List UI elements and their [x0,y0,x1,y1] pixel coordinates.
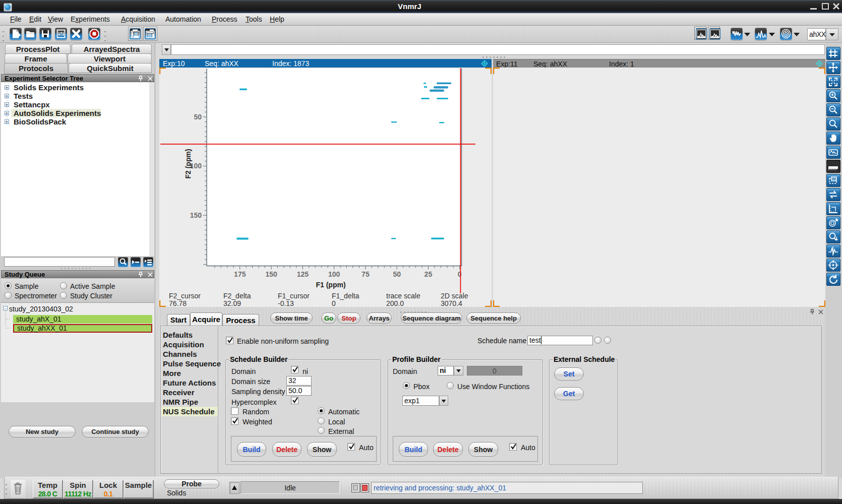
svg-text:F1_delta: F1_delta [332,292,359,300]
svg-text:0: 0 [332,299,336,307]
svg-text:0: 0 [458,270,462,278]
svg-text:50: 50 [194,113,202,121]
svg-text:F1_cursor: F1_cursor [278,292,310,300]
svg-text:50: 50 [393,270,401,278]
svg-text:3070.4: 3070.4 [441,299,462,307]
svg-text:25: 25 [425,270,433,278]
svg-text:F1 (ppm): F1 (ppm) [316,281,345,289]
svg-text:trace scale: trace scale [386,292,420,300]
svg-text:32.09: 32.09 [223,299,241,307]
svg-text:200.0: 200.0 [386,299,404,307]
svg-text:F2 (ppm): F2 (ppm) [184,149,192,178]
svg-text:125: 125 [297,270,309,278]
svg-text:150: 150 [265,270,277,278]
svg-text:F2_cursor: F2_cursor [169,292,201,300]
svg-text:-0.13: -0.13 [278,299,294,307]
svg-text:F2_delta: F2_delta [223,292,251,300]
svg-text:175: 175 [234,270,246,278]
svg-text:100: 100 [328,270,340,278]
svg-text:150: 150 [190,211,202,219]
svg-text:2D scale: 2D scale [441,292,468,300]
svg-text:75: 75 [362,270,370,278]
svg-text:76.78: 76.78 [169,299,187,307]
